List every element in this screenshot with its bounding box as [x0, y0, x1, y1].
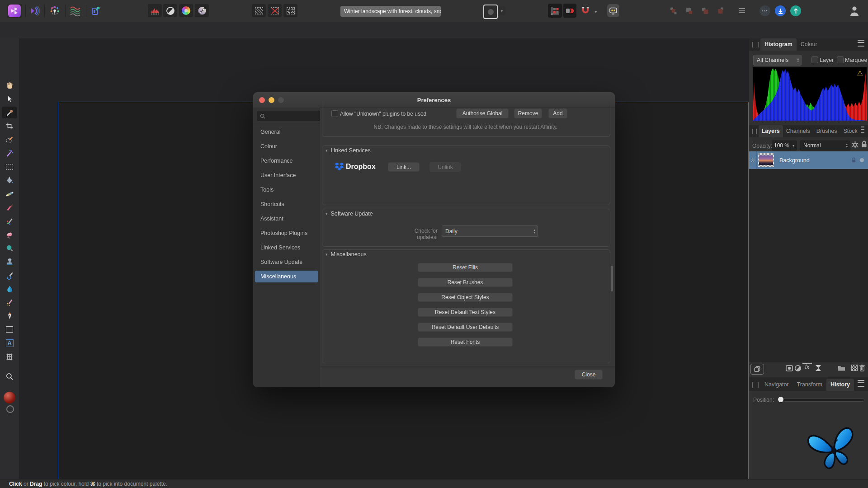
preferences-search-input[interactable]	[257, 111, 320, 121]
sidebar-item-software-update[interactable]: Software Update	[255, 256, 318, 268]
panel-grip-icon[interactable]	[752, 42, 759, 47]
deselect-icon[interactable]	[268, 4, 282, 17]
live-filter-fx-icon[interactable]: fx	[802, 363, 812, 370]
dropbox-link-button[interactable]: Link...	[388, 162, 420, 172]
add-button[interactable]: Add	[548, 108, 567, 118]
clone-stamp-tool[interactable]	[2, 256, 17, 267]
share-circle-icon[interactable]	[790, 5, 801, 16]
flood-select-tool[interactable]	[2, 147, 17, 159]
blend-mode-dropdown[interactable]: Normal	[800, 141, 850, 150]
reset-fills-button[interactable]: Reset Fills	[418, 263, 513, 272]
snapping-grid-icon[interactable]	[548, 4, 562, 18]
position-slider-knob[interactable]	[778, 397, 783, 402]
tab-channels[interactable]: Channels	[783, 125, 813, 137]
app-icon[interactable]	[7, 4, 22, 18]
linked-services-header[interactable]: Linked Services	[326, 147, 371, 154]
layer-lock-icon[interactable]	[851, 157, 856, 163]
authorise-global-button[interactable]: Authorise Global	[456, 108, 509, 118]
live-filter-hourglass-icon[interactable]	[815, 365, 821, 371]
record-macro-icon[interactable]	[483, 5, 498, 19]
auto-contrast-icon[interactable]	[163, 4, 177, 17]
sidebar-item-assistant[interactable]: Assistant	[255, 213, 318, 225]
sidebar-item-tools[interactable]: Tools	[255, 184, 318, 196]
mask-icon[interactable]	[786, 365, 793, 372]
list-icon[interactable]	[739, 8, 745, 14]
sidebar-item-colour[interactable]: Colour	[255, 141, 318, 152]
content-scrollbar-thumb[interactable]	[611, 266, 613, 291]
panel-menu-icon[interactable]	[861, 127, 864, 133]
tab-histogram[interactable]: Histogram	[760, 38, 797, 51]
pattern-icon[interactable]	[851, 365, 858, 371]
close-traffic-light[interactable]	[259, 97, 265, 103]
sidebar-item-linked-services[interactable]: Linked Services	[255, 242, 318, 253]
chevron-down-icon[interactable]	[595, 8, 597, 14]
layers-list-empty[interactable]	[749, 169, 868, 362]
snapping-magnet-icon[interactable]	[578, 5, 593, 17]
sidebar-item-general[interactable]: General	[255, 126, 318, 138]
view-tool[interactable]	[2, 80, 17, 91]
colour-replacement-brush-tool[interactable]	[2, 215, 17, 227]
auto-colour-icon[interactable]	[179, 4, 193, 17]
panel-menu-icon[interactable]	[858, 40, 864, 47]
comments-circle-icon[interactable]: ···	[760, 5, 770, 16]
paint-brush-tool[interactable]	[2, 202, 17, 213]
auto-white-balance-icon[interactable]	[195, 4, 209, 17]
blemish-removal-tool[interactable]	[2, 242, 17, 254]
layer-visibility-dot[interactable]	[860, 158, 864, 162]
select-all-icon[interactable]	[252, 4, 266, 17]
sidebar-item-shortcuts[interactable]: Shortcuts	[255, 198, 318, 210]
account-person-icon[interactable]	[849, 5, 860, 17]
flood-fill-tool[interactable]	[2, 174, 17, 186]
artistic-text-tool[interactable]: A	[2, 337, 17, 349]
reset-brushes-button[interactable]: Reset Brushes	[418, 278, 513, 287]
secondary-swatch-ring[interactable]	[6, 405, 14, 413]
develop-persona-icon[interactable]	[27, 5, 42, 17]
tab-brushes[interactable]: Brushes	[813, 125, 840, 137]
channel-selector-dropdown[interactable]: All Channels	[753, 55, 802, 66]
invert-selection-icon[interactable]	[283, 4, 297, 17]
sidebar-item-photoshop-plugins[interactable]: Photoshop Plugins	[255, 227, 318, 239]
panel-grip-icon[interactable]	[752, 382, 759, 388]
check-for-updates-dropdown[interactable]: Daily	[442, 225, 538, 237]
blur-tool[interactable]	[2, 283, 17, 295]
selection-brush-tool[interactable]	[2, 134, 17, 145]
force-pixel-alignment-icon[interactable]	[563, 4, 576, 18]
export-persona-icon[interactable]	[88, 5, 104, 17]
remove-button[interactable]: Remove	[514, 108, 542, 118]
layer-checkbox[interactable]	[811, 56, 818, 63]
adjustment-icon[interactable]	[794, 365, 802, 372]
assistant-robot-icon[interactable]	[607, 4, 619, 17]
position-slider-track[interactable]	[777, 399, 864, 402]
pen-tool[interactable]	[2, 310, 17, 322]
duplicate-icon[interactable]	[750, 364, 764, 375]
mesh-warp-tool[interactable]	[2, 351, 17, 363]
panel-menu-icon[interactable]	[858, 380, 864, 387]
miscellaneous-header[interactable]: Miscellaneous	[326, 251, 367, 258]
zoom-tool[interactable]	[2, 371, 17, 382]
crop-tool[interactable]	[2, 120, 17, 132]
tab-stock[interactable]: Stock	[840, 125, 861, 137]
arrange-backward-icon[interactable]	[681, 5, 697, 17]
undo-brush-tool[interactable]	[2, 269, 17, 281]
marquee-tool[interactable]	[2, 161, 17, 173]
layer-thumbnail[interactable]	[758, 153, 774, 167]
arrange-front-icon[interactable]	[713, 5, 728, 17]
move-tool[interactable]	[2, 93, 17, 105]
reset-fonts-button[interactable]: Reset Fonts	[418, 338, 513, 347]
arrange-back-icon[interactable]	[665, 5, 681, 17]
panel-grip-icon[interactable]	[752, 129, 757, 134]
sidebar-item-performance[interactable]: Performance	[255, 155, 318, 167]
auto-levels-icon[interactable]	[148, 4, 162, 17]
close-button[interactable]: Close	[575, 370, 603, 380]
chevron-down-icon[interactable]	[498, 6, 505, 15]
layer-row-background[interactable]: Background	[749, 151, 868, 169]
group-folder-icon[interactable]	[838, 365, 845, 371]
reset-default-user-defaults-button[interactable]: Reset Default User Defaults	[418, 323, 513, 332]
tab-colour[interactable]: Colour	[797, 38, 821, 51]
trash-icon[interactable]	[859, 364, 865, 371]
tab-layers[interactable]: Layers	[759, 125, 783, 137]
colour-swatch-sphere[interactable]	[4, 392, 15, 404]
opacity-chevron[interactable]	[790, 141, 797, 150]
rectangle-tool[interactable]	[2, 324, 17, 335]
layer-drag-handle[interactable]	[749, 151, 757, 169]
